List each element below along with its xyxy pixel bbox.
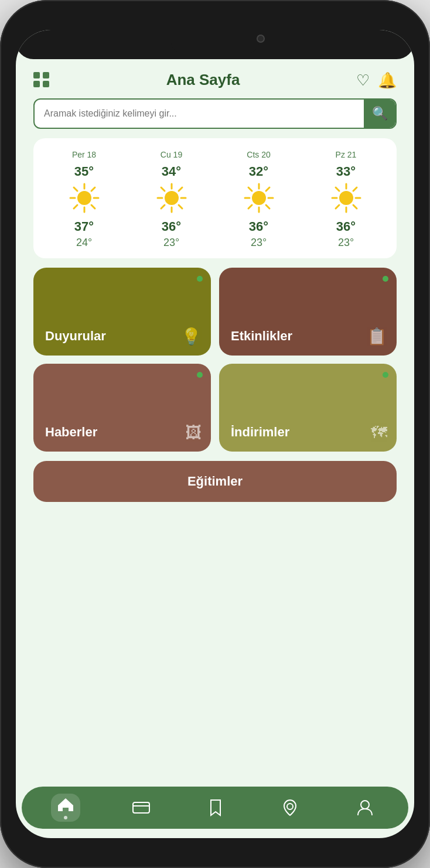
svg-line-16 <box>179 187 182 191</box>
bottom-navigation <box>22 787 408 829</box>
svg-point-27 <box>339 191 353 205</box>
svg-line-26 <box>248 205 252 209</box>
svg-point-18 <box>252 191 266 205</box>
notifications-button[interactable]: 🔔 <box>378 73 397 88</box>
weather-day-3: Cts 20 32° <box>217 150 300 249</box>
svg-line-17 <box>161 205 165 209</box>
egitimler-tile[interactable]: Eğitimler <box>33 461 397 502</box>
duyurular-tile[interactable]: Duyurular 💡 <box>33 268 211 356</box>
duyurular-icon: 💡 <box>181 327 202 346</box>
weather-card: Per 18 35° <box>33 138 397 258</box>
search-bar: 🔍 <box>33 98 397 129</box>
svg-line-8 <box>74 205 77 209</box>
svg-line-23 <box>248 187 252 191</box>
notch-area <box>16 30 414 59</box>
notch <box>171 36 259 53</box>
weather-day-4: Pz 21 33° <box>305 150 387 249</box>
weather-grid: Per 18 35° <box>43 150 387 249</box>
svg-line-32 <box>336 187 339 191</box>
phone-screen: Ana Sayfa ♡ 🔔 🔍 Per 18 3 <box>16 30 414 838</box>
nav-profile[interactable] <box>351 797 379 819</box>
phone-frame: Ana Sayfa ♡ 🔔 🔍 Per 18 3 <box>0 0 430 868</box>
haberler-icon: 🖼 <box>185 423 202 442</box>
indirimler-tile[interactable]: İndirimler 🗺 <box>219 364 397 452</box>
weather-day-1: Per 18 35° <box>43 150 125 249</box>
nav-home-dot <box>64 816 67 819</box>
nav-map[interactable] <box>275 797 305 819</box>
search-button[interactable]: 🔍 <box>364 100 395 128</box>
app-content: Ana Sayfa ♡ 🔔 🔍 Per 18 3 <box>16 59 414 787</box>
app-header: Ana Sayfa ♡ 🔔 <box>33 71 397 89</box>
svg-line-7 <box>91 187 95 191</box>
sun-icon-1 <box>68 182 101 214</box>
nav-card[interactable] <box>127 798 156 818</box>
haberler-label: Haberler <box>45 425 97 440</box>
egitimler-label: Eğitimler <box>187 474 243 489</box>
svg-line-15 <box>179 205 182 209</box>
svg-line-24 <box>266 205 269 209</box>
favorites-button[interactable]: ♡ <box>356 73 370 88</box>
camera <box>257 35 265 43</box>
svg-line-14 <box>161 187 165 191</box>
haberler-tile[interactable]: Haberler 🖼 <box>33 364 211 452</box>
svg-rect-36 <box>133 802 149 813</box>
svg-line-33 <box>353 205 357 209</box>
svg-point-0 <box>77 191 91 205</box>
search-input[interactable] <box>35 108 364 119</box>
etkinlikler-label: Etkinlikler <box>231 329 292 344</box>
etkinlikler-dot <box>383 276 388 282</box>
svg-line-34 <box>353 187 357 191</box>
haberler-dot <box>197 372 203 378</box>
page-title: Ana Sayfa <box>166 71 240 89</box>
svg-point-9 <box>165 191 179 205</box>
sun-icon-3 <box>243 182 275 214</box>
etkinlikler-tile[interactable]: Etkinlikler 📋 <box>219 268 397 356</box>
search-icon: 🔍 <box>372 106 388 121</box>
duyurular-dot <box>197 276 203 282</box>
indirimler-label: İndirimler <box>231 425 289 440</box>
svg-line-6 <box>91 205 95 209</box>
sun-icon-4 <box>330 182 363 214</box>
weather-day-2: Cu 19 34° <box>130 150 213 249</box>
svg-point-38 <box>287 804 293 809</box>
svg-line-5 <box>74 187 77 191</box>
duyurular-label: Duyurular <box>45 329 106 344</box>
nav-home[interactable] <box>51 794 80 822</box>
indirimler-icon: 🗺 <box>371 423 387 442</box>
menu-grid-icon[interactable] <box>33 72 50 88</box>
svg-line-35 <box>336 205 339 209</box>
svg-line-25 <box>266 187 269 191</box>
menu-grid: Duyurular 💡 Etkinlikler 📋 Haberler 🖼 <box>33 268 397 452</box>
indirimler-dot <box>383 372 388 378</box>
nav-bookmark[interactable] <box>203 797 228 819</box>
svg-point-39 <box>361 801 369 809</box>
header-actions: ♡ 🔔 <box>356 73 397 88</box>
etkinlikler-icon: 📋 <box>367 327 387 346</box>
sun-icon-2 <box>155 182 188 214</box>
